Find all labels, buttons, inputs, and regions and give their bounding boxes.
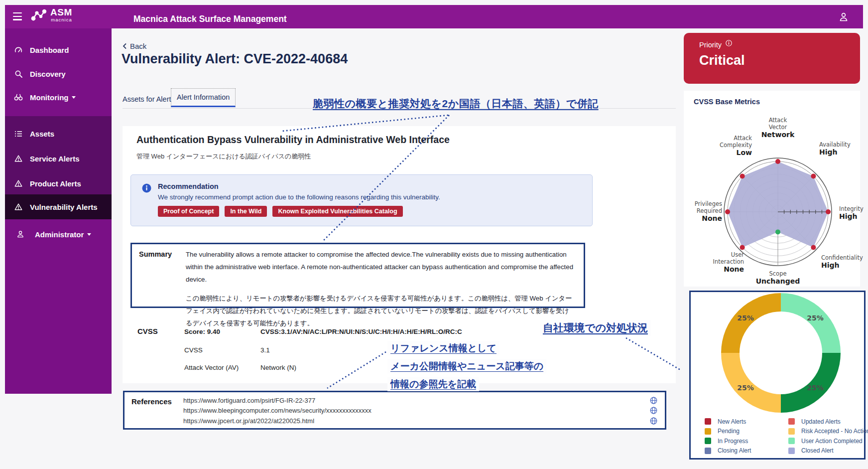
tab-assets-for-alert[interactable]: Assets for Alert <box>123 95 171 103</box>
sidebar-item-product-alerts[interactable]: Product Alerts <box>5 176 112 191</box>
sidebar-item-monitoring[interactable]: Monitoring <box>5 90 112 105</box>
radar-label-integrity: IntegrityHigh <box>839 205 868 220</box>
reference-url[interactable]: https://www.bleepingcomputer.com/news/se… <box>183 407 372 414</box>
annotation-reference-note: リファレンス情報として メーカ公開情報やニュース記事等の 情報の参照先を記載 <box>387 341 546 395</box>
page-title: Vulnerability Alert: CVE-2022-40684 <box>122 51 348 67</box>
globe-icon[interactable] <box>650 397 657 404</box>
info-icon <box>726 40 732 46</box>
reference-url[interactable]: https://www.jpcert.or.jp/at/2022/at22002… <box>183 417 314 425</box>
donut-slice-label: 25% <box>737 384 754 392</box>
priority-card: Priority Critical <box>684 33 860 84</box>
radar-label-confidentiality: ConfidentialityHigh <box>821 254 868 269</box>
donut-slice-label: 25% <box>807 314 824 322</box>
legend-item: New Alerts <box>705 417 751 427</box>
summary-box: Summary The vulnerability allows a remot… <box>130 243 585 308</box>
tab-alert-information[interactable]: Alert Information <box>171 88 236 107</box>
sidebar-item-assets[interactable]: Assets <box>5 126 112 141</box>
badge-in-the-wild: In the Wild <box>225 206 267 217</box>
legend-label: New Alerts <box>718 418 746 425</box>
cvss-version-value: 3.1 <box>260 346 270 354</box>
threat-badges: Proof of Concept In the Wild Known Explo… <box>158 206 403 217</box>
legend-swatch <box>705 428 711 435</box>
cvss-score-label: Score: 9.40 <box>184 328 220 335</box>
legend-label: In Progress <box>718 438 748 445</box>
warning-triangle-icon <box>14 180 23 187</box>
warning-triangle-icon <box>14 203 23 210</box>
alert-status-donut-card: 25% 25% 25% 25% New AlertsPendingIn Prog… <box>689 291 866 460</box>
asm-macnica-logo: ASM macnica <box>31 7 72 22</box>
legend-label: User Action Completed <box>801 438 863 445</box>
app-window: ASM macnica Macnica Attack Surface Manag… <box>0 0 868 469</box>
logo-macnica-text: macnica <box>50 17 72 22</box>
sidebar-item-label: Discovery <box>30 70 66 78</box>
legend-swatch <box>705 448 711 454</box>
donut-slice-label: 25% <box>807 384 824 392</box>
radar-label-scope: ScopeUnchanged <box>750 270 805 285</box>
sidebar-item-label: Assets <box>30 130 54 138</box>
reference-row: https://www.jpcert.or.jp/at/2022/at22002… <box>183 416 657 426</box>
chevron-left-icon <box>123 43 127 49</box>
legend-item: User Action Completed <box>788 436 868 446</box>
sidebar-item-vulnerability-alerts[interactable]: Vulnerability Alerts <box>5 199 112 214</box>
sidebar-item-administrator[interactable]: Administrator <box>5 227 112 242</box>
sidebar-item-label: Administrator <box>35 230 84 239</box>
priority-value: Critical <box>699 53 745 68</box>
sidebar-item-service-alerts[interactable]: Service Alerts <box>5 151 112 166</box>
donut-legend-left: New AlertsPendingIn ProgressClosing Aler… <box>705 417 751 456</box>
app-title: Macnica Attack Surface Management <box>133 14 287 24</box>
legend-item: Closed Alert <box>788 446 868 456</box>
priority-label: Priority <box>699 41 722 49</box>
sidebar-item-label: Vulnerability Alerts <box>30 203 98 211</box>
sidebar-item-discovery[interactable]: Discovery <box>5 66 112 81</box>
cvss-attack-vector-value: Network (N) <box>260 364 296 371</box>
recommendation-box: Recommendation We strongly recommend pro… <box>130 174 593 226</box>
badge-proof-of-concept: Proof of Concept <box>158 206 219 217</box>
legend-item: Updated Alerts <box>788 417 868 427</box>
radar-label-attack-vector: Attack VectorNetwork <box>760 117 795 138</box>
search-icon <box>14 70 23 78</box>
donut-legend-right: Updated AlertsRisk Accepted - No ActionU… <box>788 417 868 456</box>
globe-icon[interactable] <box>650 417 657 425</box>
references-box: References https://www.fortiguard.com/ps… <box>123 391 666 430</box>
sidebar-item-label: Product Alerts <box>30 179 81 188</box>
binoculars-icon <box>14 93 23 101</box>
top-header-bar: ASM macnica Macnica Attack Surface Manag… <box>5 5 863 28</box>
legend-label: Pending <box>718 428 740 435</box>
hamburger-menu-icon[interactable] <box>13 12 23 20</box>
radar-label-attack-complexity: Attack ComplexityLow <box>711 135 752 156</box>
reference-url[interactable]: https://www.fortiguard.com/psirt/FG-IR-2… <box>183 397 315 404</box>
sidebar-nav: Dashboard Discovery Monitoring Assets <box>5 28 112 394</box>
annotation-reference-line: メーカ公開情報やニュース記事等の <box>387 359 546 373</box>
sidebar-item-dashboard[interactable]: Dashboard <box>5 42 112 57</box>
legend-label: Closing Alert <box>718 447 751 454</box>
warning-triangle-icon <box>14 155 23 162</box>
radar-label-availability: AvailabilityHigh <box>819 141 859 156</box>
legend-swatch <box>788 418 795 425</box>
radar-label-user-interaction: User InteractionNone <box>704 251 744 273</box>
legend-label: Closed Alert <box>801 447 834 454</box>
chevron-down-icon <box>87 233 91 236</box>
legend-item: In Progress <box>705 436 751 446</box>
legend-swatch <box>788 448 795 454</box>
globe-icon[interactable] <box>650 407 657 414</box>
legend-swatch <box>705 418 711 425</box>
sidebar-item-label: Service Alerts <box>30 155 80 163</box>
cvss-base-metrics-card: CVSS Base Metrics Attack VectorNetwork A… <box>684 91 860 287</box>
user-account-icon[interactable] <box>838 11 849 24</box>
legend-swatch <box>788 438 795 444</box>
badge-kev-catalog: Known Exploited Vulnerabilities Catalog <box>272 206 402 217</box>
vulnerability-heading-en: Authentication Bypass Vulnerability in A… <box>136 134 450 146</box>
back-link[interactable]: Back <box>123 42 146 50</box>
gauge-icon <box>14 46 23 54</box>
back-label: Back <box>130 42 146 50</box>
vulnerability-heading-jp: 管理 Web インターフェースにおける認証バイパスの脆弱性 <box>136 152 311 161</box>
annotation-reference-line: リファレンス情報として <box>387 341 499 355</box>
reference-row: https://www.bleepingcomputer.com/news/se… <box>183 406 657 416</box>
cvss-vector-string: CVSS:3.1/AV:N/AC:L/PR:N/UI:N/S:U/C:H/I:H… <box>260 328 462 335</box>
legend-swatch <box>705 438 711 444</box>
legend-label: Updated Alerts <box>801 418 841 425</box>
legend-item: Closing Alert <box>705 446 751 456</box>
reference-row: https://www.fortiguard.com/psirt/FG-IR-2… <box>183 395 657 406</box>
cvss-attack-vector-label: Attack Vector (AV) <box>184 364 239 371</box>
logo-dots-icon <box>31 7 48 22</box>
